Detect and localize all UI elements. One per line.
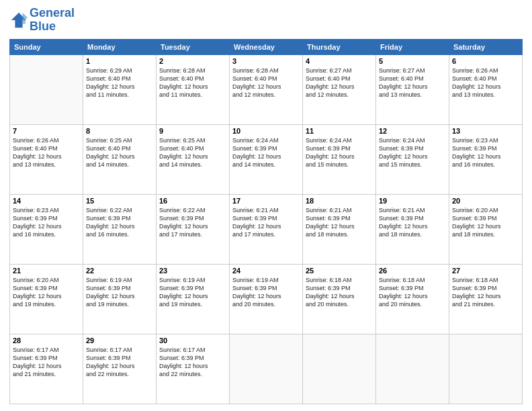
day-number: 27 [452,267,519,275]
day-info: Sunrise: 6:21 AM Sunset: 6:39 PM Dayligh… [379,206,446,239]
calendar-cell: 1Sunrise: 6:29 AM Sunset: 6:40 PM Daylig… [83,54,157,124]
calendar-cell: 29Sunrise: 6:17 AM Sunset: 6:39 PM Dayli… [83,334,157,404]
day-info: Sunrise: 6:22 AM Sunset: 6:39 PM Dayligh… [86,206,153,239]
calendar-cell [449,334,523,404]
calendar-cell: 16Sunrise: 6:22 AM Sunset: 6:39 PM Dayli… [157,194,230,264]
day-number: 24 [232,267,300,275]
day-number: 29 [86,336,153,345]
day-info: Sunrise: 6:18 AM Sunset: 6:39 PM Dayligh… [379,276,446,309]
day-number: 20 [452,197,519,205]
calendar-cell: 30Sunrise: 6:17 AM Sunset: 6:39 PM Dayli… [157,334,230,404]
logo-text2: Blue [30,20,75,34]
week-row-3: 14Sunrise: 6:23 AM Sunset: 6:39 PM Dayli… [10,194,523,264]
day-number: 4 [306,57,373,65]
calendar-cell: 8Sunrise: 6:25 AM Sunset: 6:40 PM Daylig… [83,124,157,194]
weekday-header-saturday: Saturday [449,39,523,54]
calendar-cell: 5Sunrise: 6:27 AM Sunset: 6:40 PM Daylig… [376,54,449,124]
calendar-cell: 3Sunrise: 6:28 AM Sunset: 6:40 PM Daylig… [230,54,303,124]
day-info: Sunrise: 6:20 AM Sunset: 6:39 PM Dayligh… [13,276,80,309]
weekday-header-row: SundayMondayTuesdayWednesdayThursdayFrid… [10,39,523,54]
week-row-2: 7Sunrise: 6:26 AM Sunset: 6:40 PM Daylig… [10,124,523,194]
weekday-header-wednesday: Wednesday [230,39,303,54]
day-info: Sunrise: 6:17 AM Sunset: 6:39 PM Dayligh… [86,346,153,379]
day-number: 25 [306,267,373,275]
calendar-cell: 19Sunrise: 6:21 AM Sunset: 6:39 PM Dayli… [376,194,449,264]
day-number: 21 [13,267,80,275]
day-info: Sunrise: 6:29 AM Sunset: 6:40 PM Dayligh… [86,66,153,99]
calendar-cell [376,334,449,404]
calendar-cell: 24Sunrise: 6:19 AM Sunset: 6:39 PM Dayli… [230,264,303,334]
day-number: 2 [159,57,226,65]
day-info: Sunrise: 6:26 AM Sunset: 6:40 PM Dayligh… [452,66,519,99]
day-number: 15 [86,197,153,205]
day-info: Sunrise: 6:22 AM Sunset: 6:39 PM Dayligh… [159,206,226,239]
calendar-cell: 4Sunrise: 6:27 AM Sunset: 6:40 PM Daylig… [303,54,376,124]
day-number: 14 [13,197,80,205]
calendar-cell: 28Sunrise: 6:17 AM Sunset: 6:39 PM Dayli… [10,334,83,404]
day-number: 16 [159,197,226,205]
calendar-cell: 13Sunrise: 6:23 AM Sunset: 6:39 PM Dayli… [449,124,523,194]
calendar-cell: 18Sunrise: 6:21 AM Sunset: 6:39 PM Dayli… [303,194,376,264]
day-number: 1 [86,57,153,65]
week-row-1: 1Sunrise: 6:29 AM Sunset: 6:40 PM Daylig… [10,54,523,124]
day-number: 10 [232,127,300,135]
day-info: Sunrise: 6:18 AM Sunset: 6:39 PM Dayligh… [306,276,373,309]
day-info: Sunrise: 6:23 AM Sunset: 6:39 PM Dayligh… [452,136,519,169]
day-number: 7 [13,127,80,135]
weekday-header-monday: Monday [83,39,157,54]
day-number: 18 [306,197,373,205]
day-number: 12 [379,127,446,135]
day-number: 19 [379,197,446,205]
day-info: Sunrise: 6:26 AM Sunset: 6:40 PM Dayligh… [13,136,80,169]
svg-marker-2 [23,13,28,24]
day-info: Sunrise: 6:27 AM Sunset: 6:40 PM Dayligh… [379,66,446,99]
weekday-header-friday: Friday [376,39,449,54]
day-info: Sunrise: 6:24 AM Sunset: 6:39 PM Dayligh… [232,136,300,169]
day-number: 26 [379,267,446,275]
calendar-cell: 23Sunrise: 6:19 AM Sunset: 6:39 PM Dayli… [157,264,230,334]
day-info: Sunrise: 6:17 AM Sunset: 6:39 PM Dayligh… [13,346,80,379]
calendar-cell: 6Sunrise: 6:26 AM Sunset: 6:40 PM Daylig… [449,54,523,124]
day-number: 28 [13,336,80,345]
day-number: 11 [306,127,373,135]
day-info: Sunrise: 6:28 AM Sunset: 6:40 PM Dayligh… [159,66,226,99]
day-number: 30 [159,336,226,345]
calendar-cell: 10Sunrise: 6:24 AM Sunset: 6:39 PM Dayli… [230,124,303,194]
day-info: Sunrise: 6:18 AM Sunset: 6:39 PM Dayligh… [452,276,519,309]
day-number: 6 [452,57,519,65]
calendar-cell: 12Sunrise: 6:24 AM Sunset: 6:39 PM Dayli… [376,124,449,194]
calendar-cell [230,334,303,404]
day-info: Sunrise: 6:28 AM Sunset: 6:40 PM Dayligh… [232,66,300,99]
calendar-cell: 27Sunrise: 6:18 AM Sunset: 6:39 PM Dayli… [449,264,523,334]
day-number: 23 [159,267,226,275]
day-number: 8 [86,127,153,135]
day-info: Sunrise: 6:27 AM Sunset: 6:40 PM Dayligh… [306,66,373,99]
calendar-cell: 17Sunrise: 6:21 AM Sunset: 6:39 PM Dayli… [230,194,303,264]
day-info: Sunrise: 6:17 AM Sunset: 6:39 PM Dayligh… [159,346,226,379]
calendar-cell: 25Sunrise: 6:18 AM Sunset: 6:39 PM Dayli… [303,264,376,334]
day-info: Sunrise: 6:25 AM Sunset: 6:40 PM Dayligh… [159,136,226,169]
day-info: Sunrise: 6:23 AM Sunset: 6:39 PM Dayligh… [13,206,80,239]
weekday-header-tuesday: Tuesday [157,39,230,54]
day-info: Sunrise: 6:24 AM Sunset: 6:39 PM Dayligh… [379,136,446,169]
calendar-cell: 26Sunrise: 6:18 AM Sunset: 6:39 PM Dayli… [376,264,449,334]
day-number: 13 [452,127,519,135]
day-number: 3 [232,57,300,65]
page: General Blue SundayMondayTuesdayWednesda… [0,0,532,411]
week-row-4: 21Sunrise: 6:20 AM Sunset: 6:39 PM Dayli… [10,264,523,334]
day-number: 9 [159,127,226,135]
day-number: 5 [379,57,446,65]
day-info: Sunrise: 6:25 AM Sunset: 6:40 PM Dayligh… [86,136,153,169]
calendar-cell: 14Sunrise: 6:23 AM Sunset: 6:39 PM Dayli… [10,194,83,264]
calendar-cell: 20Sunrise: 6:20 AM Sunset: 6:39 PM Dayli… [449,194,523,264]
day-info: Sunrise: 6:19 AM Sunset: 6:39 PM Dayligh… [86,276,153,309]
logo-icon [9,11,28,30]
calendar-cell [303,334,376,404]
day-number: 22 [86,267,153,275]
day-info: Sunrise: 6:19 AM Sunset: 6:39 PM Dayligh… [232,276,300,309]
calendar-table: SundayMondayTuesdayWednesdayThursdayFrid… [9,39,523,404]
calendar-cell: 15Sunrise: 6:22 AM Sunset: 6:39 PM Dayli… [83,194,157,264]
calendar-cell: 22Sunrise: 6:19 AM Sunset: 6:39 PM Dayli… [83,264,157,334]
logo-text: General [30,7,75,20]
calendar-cell: 21Sunrise: 6:20 AM Sunset: 6:39 PM Dayli… [10,264,83,334]
